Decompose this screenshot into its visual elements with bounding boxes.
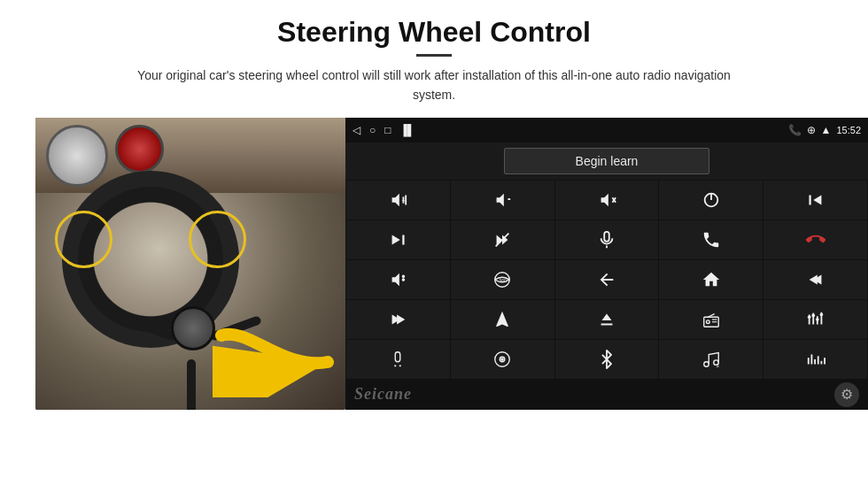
svg-point-28	[807, 315, 810, 319]
svg-point-20	[706, 320, 709, 324]
power-button[interactable]	[659, 181, 763, 219]
page-container: Steering Wheel Control Your original car…	[0, 0, 868, 485]
content-row: ◁ ○ □ ▐▌ 📞 ⊕ ▲ 15:52 Begin learn	[35, 118, 833, 410]
equalizer-button[interactable]	[763, 300, 867, 339]
seicane-logo: Seicane	[354, 385, 412, 404]
wifi-status-icon: ▲	[821, 124, 832, 136]
page-title: Steering Wheel Control	[277, 16, 591, 49]
controls-grid: +	[345, 180, 868, 380]
statusbar-left: ◁ ○ □ ▐▌	[353, 124, 415, 136]
navigate-button[interactable]	[451, 300, 554, 339]
begin-learn-button[interactable]: Begin learn	[504, 148, 710, 174]
mic2-button[interactable]	[346, 340, 450, 379]
svg-point-29	[811, 313, 815, 317]
next-button[interactable]	[346, 220, 450, 259]
button-circle-left	[55, 211, 112, 268]
statusbar-right: 📞 ⊕ ▲ 15:52	[788, 124, 861, 136]
yellow-arrow	[213, 318, 337, 401]
fast-forward-cut-button[interactable]	[451, 220, 554, 259]
svg-point-15	[403, 279, 405, 281]
svg-text:360°: 360°	[500, 278, 508, 283]
home-nav-icon[interactable]: ○	[369, 124, 376, 136]
android-statusbar: ◁ ○ □ ▐▌ 📞 ⊕ ▲ 15:52	[345, 118, 868, 142]
location-status-icon: ⊕	[807, 124, 816, 136]
seicane-bar: Seicane ⚙	[345, 380, 868, 410]
microphone-button[interactable]	[555, 220, 659, 259]
skip-back-button[interactable]	[763, 260, 867, 299]
end-call-button[interactable]	[763, 220, 867, 259]
spectrum-button[interactable]	[763, 340, 867, 379]
android-panel: ◁ ○ □ ▐▌ 📞 ⊕ ▲ 15:52 Begin learn	[345, 118, 868, 410]
spoke-left	[124, 315, 177, 342]
skip-next-button[interactable]	[346, 300, 450, 339]
eject-button[interactable]	[555, 300, 659, 339]
gauge-left	[46, 125, 108, 187]
recents-nav-icon[interactable]: □	[384, 124, 391, 136]
button-circle-right	[189, 211, 246, 268]
360-view-button[interactable]: 360°	[451, 260, 554, 299]
music-note-button[interactable]: s	[659, 340, 763, 379]
back-nav-icon[interactable]: ◁	[353, 124, 360, 136]
settings-gear-button[interactable]: ⚙	[834, 382, 859, 407]
svg-point-16	[403, 275, 405, 277]
mute-button[interactable]	[555, 181, 659, 219]
steering-wheel-image	[35, 118, 345, 410]
volume-down-button[interactable]	[451, 181, 554, 219]
back-button[interactable]	[555, 260, 659, 299]
title-divider	[416, 54, 452, 57]
radio-button[interactable]	[659, 300, 763, 339]
gauge-right	[115, 125, 164, 173]
speaker-button[interactable]	[346, 260, 450, 299]
svg-point-36	[501, 358, 503, 360]
svg-rect-13	[604, 232, 609, 242]
wheel-hub	[171, 306, 215, 350]
svg-point-31	[819, 312, 823, 316]
prev-track-button[interactable]	[763, 181, 867, 219]
signal-icon: ▐▌	[400, 124, 415, 136]
phone-call-button[interactable]	[659, 220, 763, 259]
spoke-bottom	[187, 359, 196, 410]
time-display: 15:52	[836, 125, 861, 135]
svg-text:s: s	[716, 362, 718, 368]
volume-up-button[interactable]: +	[346, 181, 450, 219]
page-subtitle: Your original car's steering wheel contr…	[124, 65, 744, 105]
svg-point-37	[704, 362, 709, 367]
begin-learn-bar: Begin learn	[345, 142, 868, 180]
home-button[interactable]	[659, 260, 763, 299]
phone-status-icon: 📞	[788, 124, 802, 136]
svg-text:+: +	[402, 196, 406, 204]
disc-button[interactable]	[451, 340, 554, 379]
bluetooth-button[interactable]	[555, 340, 659, 379]
svg-point-30	[816, 318, 819, 321]
